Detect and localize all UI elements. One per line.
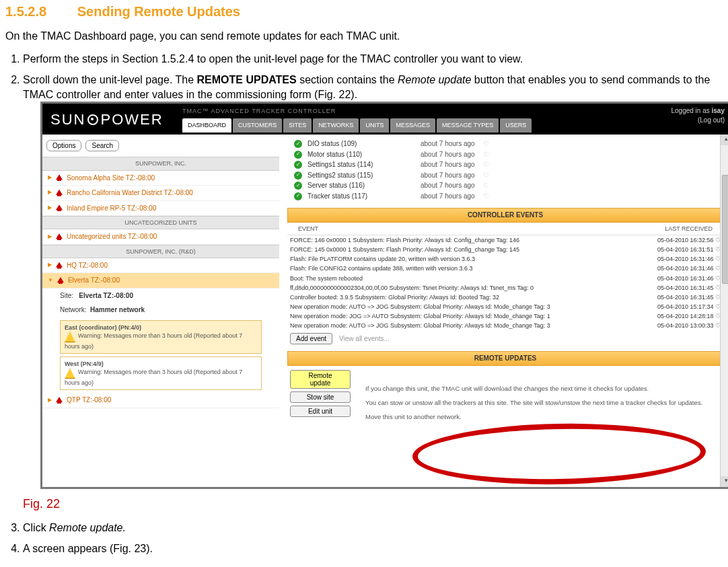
tab-messages[interactable]: MESSAGES (390, 118, 435, 132)
tab-customers[interactable]: CUSTOMERS (233, 118, 282, 132)
vertical-scrollbar[interactable]: ▴ ▾ (720, 135, 728, 487)
sidebar-group-uncategorized: UNCATEGORIZED UNITS (42, 216, 279, 229)
intro-paragraph: On the TMAC Dashboard page, you can send… (5, 29, 723, 44)
sidebar-item[interactable]: ▶HQ TZ:-08:00 (42, 258, 279, 274)
tab-dashboard[interactable]: DASHBOARD (182, 118, 231, 132)
sidebar-item-selected[interactable]: ▼Elverta TZ:-08:00 (42, 273, 279, 289)
ok-icon: ✓ (294, 161, 302, 169)
network-label-row: Network: Hammer network (42, 303, 279, 317)
sidebar-item[interactable]: ▶Rancho California Water District TZ:-08… (42, 186, 279, 201)
expand-icon: ▶ (48, 174, 52, 182)
heart-icon[interactable]: ♡ (483, 139, 489, 149)
scrollbar-thumb[interactable] (722, 175, 728, 284)
search-button[interactable]: Search (85, 140, 119, 151)
remote-update-button[interactable]: Remote update (290, 370, 351, 389)
alert-icon (56, 397, 63, 404)
ok-icon: ✓ (294, 182, 302, 190)
sidebar-group-rd: SUNPOWER, INC. (R&D) (42, 245, 279, 258)
warning-icon (65, 368, 75, 379)
alert-icon (56, 174, 63, 181)
heart-icon[interactable]: ♡ (483, 181, 489, 190)
col-event: EVENT (298, 225, 318, 233)
tab-units[interactable]: UNITS (360, 118, 389, 132)
collapse-icon: ▼ (48, 277, 53, 285)
section-title: Sending Remote Updates (77, 4, 240, 19)
event-row: Flash: File CONFIG2 contains update 388,… (287, 264, 723, 273)
status-row: ✓DIO status (109)about 7 hours ago♡ (294, 139, 725, 149)
scroll-down-icon[interactable]: ▾ (721, 476, 728, 487)
heart-icon[interactable]: ♡ (483, 171, 489, 180)
status-row: ✓Motor status (110)about 7 hours ago♡ (294, 149, 725, 160)
remote-updates-header: REMOTE UPDATES (287, 351, 723, 366)
ok-icon: ✓ (294, 172, 302, 180)
expand-icon: ▶ (48, 397, 52, 404)
tab-networks[interactable]: NETWORKS (313, 118, 359, 132)
alert-icon (56, 190, 63, 196)
site-label-row: Site: Elverta TZ:-08:00 (42, 289, 279, 303)
stow-site-button[interactable]: Stow site (290, 391, 351, 403)
unit-card-west[interactable]: West (PN:4/9) Warning: Messages more tha… (60, 356, 262, 390)
step-2: Scroll down the unit-level page. The REM… (23, 73, 723, 512)
step-3: Click Remote update. (23, 521, 723, 535)
scroll-up-icon[interactable]: ▴ (721, 135, 728, 145)
add-event-button[interactable]: Add event (290, 333, 332, 344)
logout-link[interactable]: (Log out) (698, 116, 725, 124)
alert-icon (56, 233, 63, 240)
event-row: FORCE: 146 0x0000 1 Subsystem: Flash Pri… (287, 235, 723, 245)
alert-icon (57, 277, 64, 284)
event-row: Controller booted: 3.9.5 Subsystem: Glob… (287, 293, 723, 302)
tab-users[interactable]: USERS (500, 118, 532, 132)
col-last-received: LAST RECEIVED (665, 225, 713, 233)
tab-message-types[interactable]: MESSAGE TYPES (437, 118, 499, 132)
status-row: ✓Server status (116)about 7 hours ago♡ (294, 180, 725, 191)
section-heading: 1.5.2.8 Sending Remote Updates (5, 4, 723, 20)
event-row: ff,d8d0,0000000000002304,00,0f,00 Subsys… (287, 283, 723, 293)
sidebar-item[interactable]: ▶QTP TZ:-08:00 (42, 393, 279, 408)
step-1: Perform the steps in Section 1.5.2.4 to … (23, 52, 723, 67)
event-row: New operation mode: JOG => AUTO Subsyste… (287, 311, 723, 321)
events-columns: EVENT LAST RECEIVED (287, 223, 723, 235)
primary-tabs: DASHBOARD CUSTOMERS SITES NETWORKS UNITS… (182, 118, 532, 132)
main-content: ✓DIO status (109)about 7 hours ago♡ ✓Mot… (279, 135, 728, 487)
unit-card-east[interactable]: East (coordinator) (PN:4/0) Warning: Mes… (60, 320, 262, 354)
login-status: Logged in as isay (Log out) (671, 106, 725, 124)
event-row: New operation mode: AUTO => JOG Subsyste… (287, 321, 723, 330)
edit-unit-button[interactable]: Edit unit (290, 406, 351, 417)
alert-icon (56, 262, 63, 269)
sidebar-item[interactable]: ▶Uncategorized units TZ:-08:00 (42, 229, 279, 245)
expand-icon: ▶ (48, 262, 52, 269)
status-row: ✓Settings2 status (115)about 7 hours ago… (294, 170, 725, 181)
status-row: ✓Tracker status (117)about 7 hours ago♡ (294, 191, 725, 202)
heart-icon[interactable]: ♡ (483, 150, 489, 159)
sidebar-item[interactable]: ▶Inland Empire RP-5 TZ:-08:00 (42, 201, 279, 217)
event-row: Boot: The system rebooted05-04-2010 16:3… (287, 274, 723, 283)
sidebar-item[interactable]: ▶Sonoma Alpha Site TZ:-08:00 (42, 171, 279, 186)
warning-icon (65, 332, 75, 342)
event-row: New operation mode: AUTO => JOG Subsyste… (287, 302, 723, 311)
heart-icon[interactable]: ♡ (483, 160, 489, 169)
logo-dot-icon (87, 114, 98, 125)
controller-events-header: CONTROLLER EVENTS (287, 208, 723, 223)
steps-list: Perform the steps in Section 1.5.2.4 to … (5, 52, 723, 556)
remote-updates-description: If you change this unit, the TMAC unit w… (365, 366, 723, 421)
sidebar-group-sunpower: SUNPOWER, INC. (42, 157, 279, 170)
ok-icon: ✓ (294, 192, 302, 200)
event-row: Flash: File PLATFORM contains update 20,… (287, 254, 723, 264)
ok-icon: ✓ (294, 151, 302, 159)
event-row: FORCE: 145 0x0000 1 Subsystem: Flash Pri… (287, 245, 723, 254)
options-button[interactable]: Options (46, 140, 81, 151)
tab-sites[interactable]: SITES (283, 118, 312, 132)
status-list: ✓DIO status (109)about 7 hours ago♡ ✓Mot… (279, 135, 728, 202)
view-all-events-link[interactable]: View all events... (339, 334, 390, 344)
events-body: FORCE: 146 0x0000 1 Subsystem: Flash Pri… (279, 235, 728, 330)
sidebar: Options Search SUNPOWER, INC. ▶Sonoma Al… (42, 135, 279, 487)
expand-icon: ▶ (48, 233, 52, 241)
heart-icon[interactable]: ♡ (483, 192, 489, 201)
expand-icon: ▶ (48, 204, 52, 212)
app-topbar: SUN POWER TMAC™ ADVANCED TRACKER CONTROL… (42, 104, 728, 135)
app-subtitle: TMAC™ ADVANCED TRACKER CONTROLLER (182, 107, 336, 115)
section-number: 1.5.2.8 (5, 4, 46, 19)
alert-icon (56, 204, 63, 211)
screenshot-figure-22: SUN POWER TMAC™ ADVANCED TRACKER CONTROL… (40, 102, 728, 489)
expand-icon: ▶ (48, 189, 52, 196)
